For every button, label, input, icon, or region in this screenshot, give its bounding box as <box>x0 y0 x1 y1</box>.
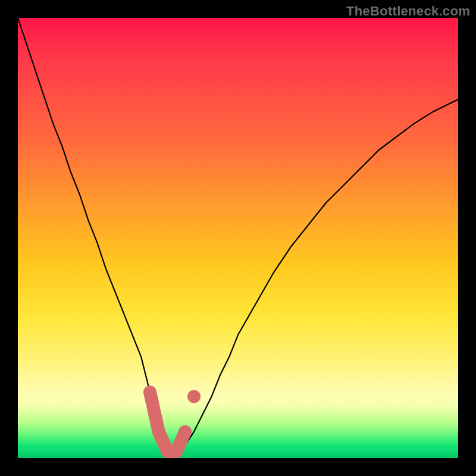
chart-svg <box>18 18 458 458</box>
valley-marker-path <box>150 392 194 454</box>
chart-frame: TheBottleneck.com <box>0 0 476 476</box>
curve-path <box>18 18 458 454</box>
plot-area <box>18 18 458 458</box>
watermark-text: TheBottleneck.com <box>346 4 470 19</box>
